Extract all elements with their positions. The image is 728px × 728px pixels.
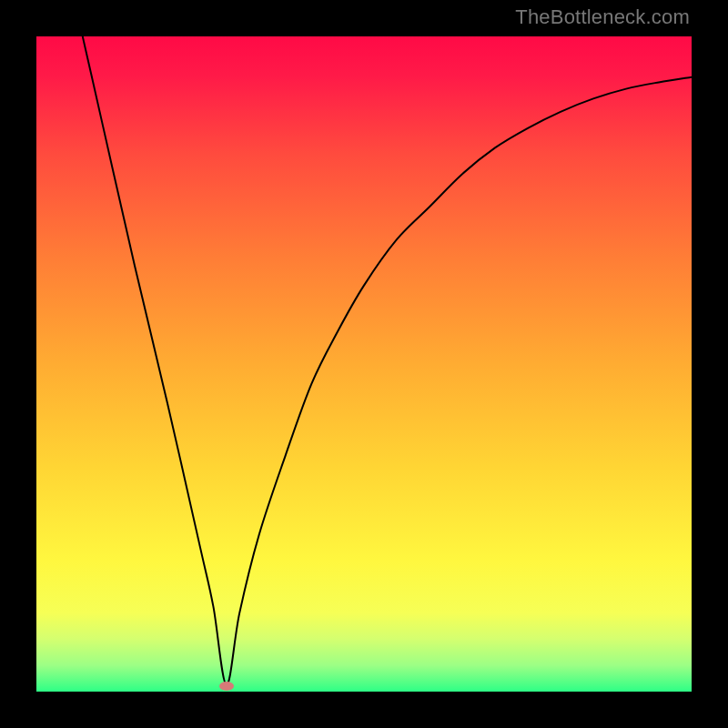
watermark-text: TheBottleneck.com: [515, 5, 690, 29]
plot-area: [36, 36, 692, 692]
bottleneck-curve: [36, 36, 692, 692]
bottleneck-curve-path: [36, 36, 692, 685]
chart-frame: TheBottleneck.com: [0, 0, 728, 728]
minimum-marker-icon: [219, 682, 234, 691]
